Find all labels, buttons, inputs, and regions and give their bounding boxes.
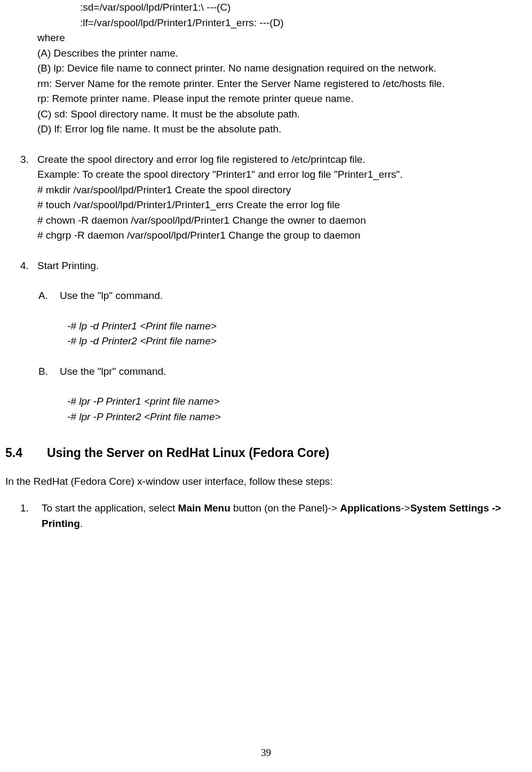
rh-step-1: 1. To start the application, select Main… xyxy=(20,501,527,531)
section-num: 5.4 xyxy=(5,444,47,462)
step-4-num: 4. xyxy=(20,258,37,274)
step-3-cmd3: # chown -R daemon /var/spool/lpd/Printer… xyxy=(37,213,527,229)
step-4-title: Start Printing. xyxy=(37,258,527,274)
step-4a: A. Use the "lp" command. xyxy=(38,288,527,319)
desc-c: (C) sd: Spool directory name. It must be… xyxy=(37,107,527,122)
step-4: 4. Start Printing. xyxy=(20,258,527,274)
step-4b-text: Use the "lpr" command. xyxy=(60,364,527,380)
rh-step-1-num: 1. xyxy=(20,501,42,531)
step-3: 3. Create the spool directory and error … xyxy=(20,152,527,243)
step-3-line1: Create the spool directory and error log… xyxy=(37,152,527,168)
page-number: 39 xyxy=(0,745,532,761)
desc-b: (B) lp: Device file name to connect prin… xyxy=(37,61,527,76)
step-4a-text: Use the "lp" command. xyxy=(60,288,527,304)
step-4b: B. Use the "lpr" command. xyxy=(38,364,527,395)
config-line-c: :sd=/var/spool/lpd/Printer1:\ ---(C) xyxy=(80,0,527,15)
where-label: where xyxy=(37,30,527,46)
step-3-cmd2: # touch /var/spool/lpd/Printer1/Printer1… xyxy=(37,198,527,213)
intro-text: In the RedHat (Fedora Core) x-window use… xyxy=(5,474,527,490)
step-3-cmd1: # mkdir /var/spool/lpd/Printer1 Create t… xyxy=(37,183,527,198)
step-4b-letter: B. xyxy=(38,364,60,395)
step-4b-cmd1: -# lpr -P Printer1 <print file name> xyxy=(67,394,527,409)
section-title: Using the Server on RedHat Linux (Fedora… xyxy=(47,446,329,460)
desc-rm: rm: Server Name for the remote printer. … xyxy=(37,76,527,92)
step-4a-cmd1: -# lp -d Printer1 <Print file name> xyxy=(67,319,527,334)
step-4b-cmd2: -# lpr -P Printer2 <Print file name> xyxy=(67,409,527,425)
step-4a-letter: A. xyxy=(38,288,60,319)
section-heading: 5.4Using the Server on RedHat Linux (Fed… xyxy=(5,444,527,462)
step-3-num: 3. xyxy=(20,152,37,243)
desc-rp: rp: Remote printer name. Please input th… xyxy=(37,91,527,107)
desc-a: (A) Describes the printer name. xyxy=(37,46,527,61)
step-3-cmd4: # chgrp -R daemon /var/spool/lpd/Printer… xyxy=(37,228,527,243)
step-4a-cmd2: -# lp -d Printer2 <Print file name> xyxy=(67,334,527,349)
step-3-line2: Example: To create the spool directory "… xyxy=(37,167,527,183)
desc-d: (D) lf: Error log file name. It must be … xyxy=(37,122,527,137)
rh-step-1-body: To start the application, select Main Me… xyxy=(42,501,527,531)
config-line-d: :lf=/var/spool/lpd/Printer1/Printer1_err… xyxy=(80,15,527,31)
